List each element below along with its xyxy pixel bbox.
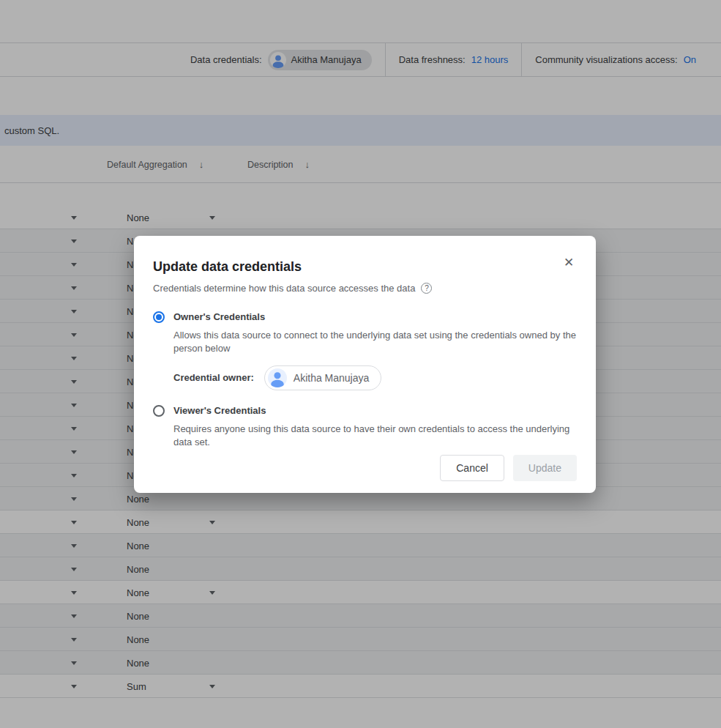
dialog-subtitle-text: Credentials determine how this data sour… [153,283,415,294]
update-data-credentials-dialog: ✕ Update data credentials Credentials de… [134,236,596,493]
option-description: Allows this data source to connect to th… [173,329,577,356]
owners-credentials-option[interactable]: Owner's Credentials Allows this data sou… [153,311,577,390]
dialog-subtitle: Credentials determine how this data sour… [153,283,577,294]
option-label: Viewer's Credentials [173,405,577,416]
credential-owner-row: Credential owner: Akitha Manujaya [173,365,577,390]
update-button[interactable]: Update [513,455,577,481]
cancel-button[interactable]: Cancel [440,455,504,481]
help-icon[interactable]: ? [421,283,432,294]
dialog-title: Update data credentials [153,259,577,275]
viewers-credentials-option[interactable]: Viewer's Credentials Requires anyone usi… [153,405,577,450]
close-icon[interactable]: ✕ [559,253,578,272]
credential-owner-label: Credential owner: [173,372,254,383]
avatar-icon [268,368,287,387]
option-description: Requires anyone using this data source t… [173,423,577,450]
radio-owners-credentials[interactable] [153,311,165,323]
page: Data credentials: Akitha Manujaya Data f… [0,0,721,728]
credential-owner-chip: Akitha Manujaya [264,365,382,390]
option-label: Owner's Credentials [173,311,577,322]
credential-owner-name: Akitha Manujaya [294,372,370,384]
radio-viewers-credentials[interactable] [153,405,165,417]
dialog-buttons: Cancel Update [153,455,577,481]
